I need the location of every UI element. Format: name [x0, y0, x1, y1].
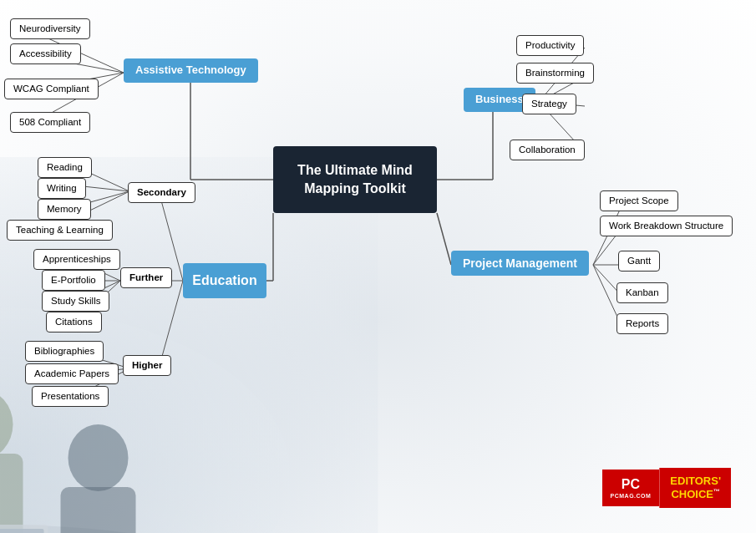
further-node: Further — [120, 267, 172, 288]
higher-node: Higher — [123, 355, 171, 376]
brainstorming-node: Brainstorming — [516, 63, 594, 84]
reports-node: Reports — [616, 313, 668, 334]
secondary-node: Secondary — [128, 182, 195, 203]
svg-rect-9 — [0, 529, 44, 533]
editors-choice-label: EDITORS'CHOICE™ — [659, 468, 731, 508]
center-node: The Ultimate Mind Mapping Toolkit — [273, 146, 437, 213]
neurodiversity-node: Neurodiversity — [10, 18, 90, 39]
productivity-node: Productivity — [516, 35, 584, 56]
presentations-node: Presentations — [32, 386, 109, 407]
project-scope-node: Project Scope — [600, 190, 678, 211]
writing-node: Writing — [38, 178, 86, 199]
teaching-learning-node: Teaching & Learning — [7, 220, 113, 241]
svg-point-6 — [68, 424, 129, 491]
apprenticeships-node: Apprenticeships — [33, 249, 120, 270]
work-breakdown-node: Work Breakdown Structure — [600, 216, 733, 236]
strategy-node: Strategy — [522, 94, 576, 114]
study-skills-node: Study Skills — [42, 291, 109, 312]
project-management-node: Project Management — [451, 251, 589, 276]
kanban-node: Kanban — [616, 282, 668, 303]
assistive-technology-node: Assistive Technology — [124, 58, 258, 83]
508-compliant-node: 508 Compliant — [10, 112, 90, 133]
academic-papers-node: Academic Papers — [25, 363, 119, 384]
wcag-compliant-node: WCAG Compliant — [4, 79, 99, 99]
svg-rect-7 — [61, 487, 136, 533]
pcmag-logo: PC PCMAG.COM — [602, 470, 660, 506]
collaboration-node: Collaboration — [510, 140, 585, 160]
citations-node: Citations — [46, 312, 102, 332]
reading-node: Reading — [38, 157, 92, 178]
eportfolio-node: E-Portfolio — [42, 270, 105, 291]
pcmag-badge: PC PCMAG.COM EDITORS'CHOICE™ — [602, 468, 731, 508]
education-node: Education — [183, 263, 266, 298]
gantt-node: Gantt — [618, 251, 660, 272]
bibliographies-node: Bibliographies — [25, 341, 104, 362]
memory-node: Memory — [38, 199, 91, 220]
svg-rect-5 — [0, 454, 23, 533]
accessibility-node: Accessibility — [10, 43, 81, 64]
